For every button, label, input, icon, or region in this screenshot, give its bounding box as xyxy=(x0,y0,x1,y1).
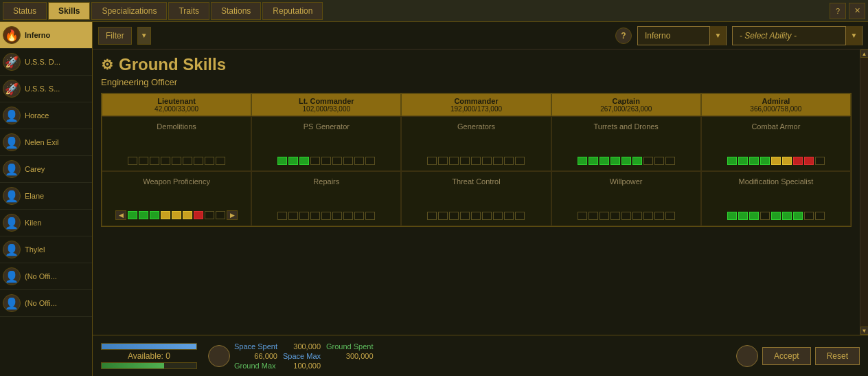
skill-name-threat-control: Threat Control xyxy=(452,177,500,186)
help-button[interactable]: ? xyxy=(830,3,846,19)
skill-cell-combat-armor[interactable]: Combat Armor xyxy=(701,116,851,171)
tab-skills[interactable]: Skills xyxy=(48,2,90,20)
officer-icon-thylel: 👤 xyxy=(3,241,21,258)
scroll-down-arrow[interactable]: ▼ xyxy=(860,327,869,335)
sidebar-item-uss-s[interactable]: 🚀 U.S.S. S... xyxy=(0,76,92,102)
ground-max-value: 100,000 xyxy=(283,362,321,370)
character-icon: 🔥 xyxy=(3,26,21,44)
tab-reputation[interactable]: Reputation xyxy=(262,2,323,20)
skill-name-ps-generator: PS Generator xyxy=(304,122,350,131)
ground-spent-label: Ground Spent xyxy=(326,342,374,351)
right-scrollbar[interactable]: ▲ ▼ xyxy=(860,49,868,335)
increase-weapon-proficiency[interactable]: ▶ xyxy=(227,210,238,220)
skill-name-repairs: Repairs xyxy=(313,177,339,186)
ability-select[interactable]: - Select Ability - ▼ xyxy=(732,26,863,45)
skill-bars-ps-generator xyxy=(277,157,375,165)
skill-bars-willpower xyxy=(578,212,675,220)
space-progress-fill xyxy=(102,344,196,349)
tab-traits[interactable]: Traits xyxy=(168,2,209,20)
decrease-weapon-proficiency[interactable]: ◀ xyxy=(115,210,126,220)
officer-icon-elane: 👤 xyxy=(3,187,21,205)
sidebar-item-uss-d[interactable]: 🚀 U.S.S. D... xyxy=(0,49,92,76)
skill-name-combat-armor: Combat Armor xyxy=(751,122,800,131)
sidebar-label-thylel: Thylel xyxy=(25,245,45,254)
filter-bar: Filter ▼ ? Inferno ▼ - Select Ability - … xyxy=(93,22,868,49)
sidebar-label-ussd: U.S.S. D... xyxy=(25,58,60,66)
sidebar-item-inferno[interactable]: 🔥 Inferno xyxy=(0,22,92,49)
skill-name-generators: Generators xyxy=(457,122,495,131)
scroll-up-arrow[interactable]: ▲ xyxy=(860,49,869,58)
sidebar-label-usss: U.S.S. S... xyxy=(25,85,60,93)
skill-col-header-1: Lt. Commander 102,000/93,000 xyxy=(251,93,401,116)
skill-bars-repairs xyxy=(277,212,375,220)
officer-icon-empty2: 👤 xyxy=(3,294,21,312)
sidebar-item-noofficer1[interactable]: 👤 (No Offi... xyxy=(0,263,92,290)
skill-bars-demolitions xyxy=(128,157,225,165)
skill-name-willpower: Willpower xyxy=(610,177,643,186)
skill-name-weapon-proficiency: Weapon Proficiency xyxy=(143,177,210,186)
sidebar-item-thylel[interactable]: 👤 Thylel xyxy=(0,236,92,263)
skill-col-header-4: Admiral 366,000/758,000 xyxy=(701,93,851,116)
ground-progress-bar xyxy=(101,362,197,369)
space-max-value: 300,000 xyxy=(326,352,374,360)
character-avatar xyxy=(208,345,230,367)
sidebar-label-carey: Carey xyxy=(25,165,45,173)
help-circle-button[interactable]: ? xyxy=(615,27,632,44)
character-select-arrow[interactable]: ▼ xyxy=(709,26,726,45)
filter-button[interactable]: Filter xyxy=(98,27,132,45)
ability-select-arrow[interactable]: ▼ xyxy=(845,26,862,45)
skill-cell-generators[interactable]: Generators xyxy=(401,116,551,171)
skill-col-header-2: Commander 192,000/173,000 xyxy=(401,93,551,116)
close-button[interactable]: ✕ xyxy=(849,3,865,19)
officer-icon-nelen: 👤 xyxy=(3,133,21,151)
bottom-bar: Available: 0 Space Spent 300,000 Ground … xyxy=(93,335,868,376)
skill-cell-ps-generator[interactable]: PS Generator xyxy=(251,116,401,171)
skill-cell-willpower[interactable]: Willpower xyxy=(551,171,701,226)
content-area: Filter ▼ ? Inferno ▼ - Select Ability - … xyxy=(93,22,868,376)
character-select[interactable]: Inferno ▼ xyxy=(637,26,727,45)
skills-content: ⚙ Ground Skills Engineering Officer Lieu… xyxy=(93,49,860,335)
skill-bars-turrets xyxy=(578,157,675,165)
filter-dropdown-arrow[interactable]: ▼ xyxy=(137,27,151,45)
skill-name-turrets: Turrets and Drones xyxy=(594,122,659,131)
accept-button[interactable]: Accept xyxy=(762,347,811,365)
skill-cell-repairs[interactable]: Repairs xyxy=(251,171,401,226)
available-text: Available: 0 xyxy=(128,351,170,361)
skill-cell-weapon-proficiency[interactable]: Weapon Proficiency ◀ ▶ xyxy=(102,171,251,226)
sidebar-item-elane[interactable]: 👤 Elane xyxy=(0,183,92,210)
skill-bars-combat-armor xyxy=(727,157,825,165)
sidebar-label-horace: Horace xyxy=(25,111,49,120)
sidebar-label-noofficer1: (No Offi... xyxy=(25,272,57,280)
scroll-track xyxy=(860,58,869,327)
ship-icon-s: 🚀 xyxy=(3,80,21,98)
skill-cell-modification-specialist[interactable]: Modification Specialist xyxy=(701,171,851,226)
ability-select-label: - Select Ability - xyxy=(733,31,845,41)
sidebar-item-nelen[interactable]: 👤 Nelen Exil xyxy=(0,129,92,156)
sidebar-item-noofficer2[interactable]: 👤 (No Offi... xyxy=(0,290,92,317)
skill-bars-generators xyxy=(427,157,525,165)
skill-col-header-3: Captain 267,000/263,000 xyxy=(551,93,701,116)
skill-bars-modification-specialist xyxy=(727,212,825,220)
skill-cell-threat-control[interactable]: Threat Control xyxy=(401,171,551,226)
tab-specializations[interactable]: Specializations xyxy=(91,2,167,20)
skill-cell-demolitions[interactable]: Demolitions xyxy=(102,116,251,171)
space-progress-bar xyxy=(101,343,197,350)
ship-icon-d: 🚀 xyxy=(3,53,21,71)
sidebar-item-carey[interactable]: 👤 Carey xyxy=(0,156,92,183)
ground-max-label: Ground Max xyxy=(234,362,277,370)
top-nav-bar: Status Skills Specializations Traits Sta… xyxy=(0,0,868,22)
sidebar-label-kilen: Kilen xyxy=(25,219,41,227)
skill-name-modification-specialist: Modification Specialist xyxy=(738,177,813,186)
character-select-label: Inferno xyxy=(638,31,709,41)
engineer-avatar xyxy=(736,345,758,367)
reset-button[interactable]: Reset xyxy=(815,347,860,365)
skills-grid: Lieutenant 42,000/33,000 Lt. Commander 1… xyxy=(101,93,852,227)
skill-cell-turrets[interactable]: Turrets and Drones xyxy=(551,116,701,171)
skill-bars-weapon-proficiency xyxy=(128,211,225,219)
officer-icon-carey: 👤 xyxy=(3,160,21,178)
sidebar-item-kilen[interactable]: 👤 Kilen xyxy=(0,210,92,236)
sidebar-item-horace[interactable]: 👤 Horace xyxy=(0,102,92,129)
tab-stations[interactable]: Stations xyxy=(211,2,261,20)
tab-status[interactable]: Status xyxy=(3,2,47,20)
skill-col-header-0: Lieutenant 42,000/33,000 xyxy=(102,93,251,116)
